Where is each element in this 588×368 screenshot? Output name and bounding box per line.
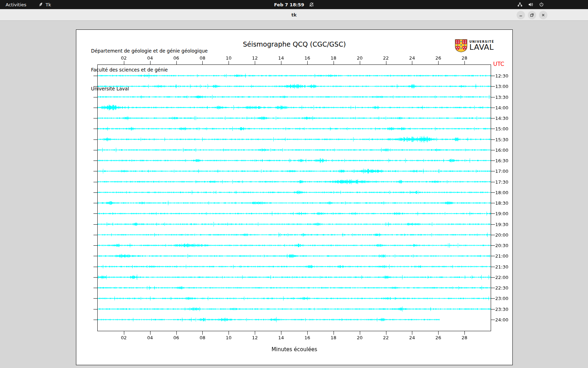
close-icon bbox=[541, 13, 545, 17]
row-tick-left bbox=[93, 150, 97, 150]
row-tick-right bbox=[491, 277, 495, 278]
row-tick-left bbox=[93, 139, 97, 140]
x-tick-label-top: 28 bbox=[462, 55, 468, 61]
power-icon bbox=[539, 2, 544, 7]
window-title: tk bbox=[292, 12, 297, 18]
x-tick-top bbox=[334, 61, 334, 64]
row-tick-right bbox=[491, 86, 495, 87]
clock-menu[interactable]: Feb 7 18:59 bbox=[274, 0, 314, 9]
utc-time-label: 15:30 bbox=[495, 137, 508, 142]
x-tick-label-bottom: 06 bbox=[173, 335, 179, 340]
system-status-area[interactable] bbox=[517, 0, 588, 9]
x-tick-label-top: 26 bbox=[435, 55, 441, 61]
row-tick-right bbox=[491, 118, 495, 118]
x-tick-top bbox=[360, 61, 360, 64]
utc-time-label: 16:30 bbox=[495, 158, 508, 163]
volume-icon bbox=[528, 2, 533, 7]
tk-window-content: Département de géologie et de génie géol… bbox=[0, 21, 588, 368]
x-tick-label-bottom: 08 bbox=[200, 335, 205, 340]
row-tick-right bbox=[491, 245, 495, 246]
x-tick-bottom bbox=[150, 331, 150, 335]
utc-time-label: 21:30 bbox=[495, 264, 508, 269]
row-tick-right bbox=[491, 224, 495, 225]
row-tick-right bbox=[491, 161, 495, 161]
x-tick-top bbox=[438, 61, 439, 64]
row-tick-left bbox=[93, 256, 97, 256]
x-tick-bottom bbox=[412, 331, 412, 335]
row-tick-left bbox=[93, 118, 97, 118]
activities-button[interactable]: Activities bbox=[4, 0, 28, 9]
utc-time-label: 20:00 bbox=[495, 232, 508, 237]
notifications-off-icon bbox=[309, 2, 314, 7]
row-tick-right bbox=[491, 139, 495, 140]
row-tick-right bbox=[491, 235, 495, 235]
row-tick-left bbox=[93, 192, 97, 193]
utc-axis-label: UTC bbox=[493, 61, 504, 67]
x-tick-bottom bbox=[334, 331, 334, 335]
x-tick-top bbox=[281, 61, 281, 64]
x-tick-label-bottom: 24 bbox=[409, 335, 415, 340]
utc-time-label: 18:00 bbox=[495, 190, 508, 195]
row-tick-left bbox=[93, 203, 97, 203]
x-tick-top bbox=[307, 61, 308, 64]
x-tick-bottom bbox=[281, 331, 281, 335]
row-tick-left bbox=[93, 224, 97, 225]
seismogram-plot-frame bbox=[97, 64, 491, 331]
network-icon bbox=[517, 2, 523, 7]
row-tick-left bbox=[93, 235, 97, 235]
x-tick-label-bottom: 02 bbox=[121, 335, 127, 340]
x-tick-label-top: 10 bbox=[226, 55, 232, 61]
utc-time-label: 24:00 bbox=[495, 317, 508, 322]
x-tick-bottom bbox=[124, 331, 124, 335]
x-tick-label-bottom: 10 bbox=[226, 335, 232, 340]
row-tick-right bbox=[491, 129, 495, 129]
x-tick-bottom bbox=[176, 331, 177, 335]
row-tick-right bbox=[491, 76, 495, 76]
row-tick-right bbox=[491, 256, 495, 256]
utc-time-label: 13:00 bbox=[495, 84, 508, 89]
row-tick-right bbox=[491, 150, 495, 150]
utc-time-label: 14:30 bbox=[495, 116, 508, 121]
row-tick-left bbox=[93, 182, 97, 182]
utc-time-label: 12:30 bbox=[495, 73, 508, 79]
focused-app-menu[interactable]: Tk bbox=[37, 0, 52, 9]
x-tick-bottom bbox=[202, 331, 203, 335]
row-tick-left bbox=[93, 309, 97, 309]
utc-time-label: 23:00 bbox=[495, 296, 508, 301]
row-tick-left bbox=[93, 245, 97, 246]
x-tick-bottom bbox=[255, 331, 255, 335]
row-tick-right bbox=[491, 108, 495, 108]
x-tick-top bbox=[386, 61, 386, 64]
x-tick-top bbox=[412, 61, 412, 64]
x-tick-label-bottom: 22 bbox=[383, 335, 389, 340]
x-tick-label-bottom: 18 bbox=[331, 335, 337, 340]
close-button[interactable] bbox=[539, 11, 547, 19]
x-tick-label-bottom: 20 bbox=[357, 335, 363, 340]
utc-time-label: 13:30 bbox=[495, 94, 508, 100]
logo-laval-label: LAVAL bbox=[469, 43, 494, 51]
x-tick-bottom bbox=[386, 331, 386, 335]
row-tick-right bbox=[491, 192, 495, 193]
utc-time-label: 21:00 bbox=[495, 253, 508, 259]
x-tick-bottom bbox=[229, 331, 229, 335]
row-tick-left bbox=[93, 288, 97, 288]
x-tick-label-top: 18 bbox=[331, 55, 337, 61]
row-tick-right bbox=[491, 213, 495, 214]
utc-time-label: 23:30 bbox=[495, 306, 508, 312]
app-name-label: Tk bbox=[46, 2, 51, 7]
window-titlebar[interactable]: tk bbox=[0, 9, 588, 21]
maximize-button[interactable] bbox=[528, 11, 536, 19]
row-tick-right bbox=[491, 288, 495, 288]
minimize-button[interactable] bbox=[517, 11, 525, 19]
row-tick-left bbox=[93, 213, 97, 214]
restore-icon bbox=[530, 13, 534, 17]
x-tick-bottom bbox=[464, 331, 465, 335]
row-tick-left bbox=[93, 129, 97, 129]
x-tick-top bbox=[229, 61, 229, 64]
x-tick-label-bottom: 26 bbox=[435, 335, 441, 340]
utc-time-label: 18:30 bbox=[495, 200, 508, 206]
x-tick-label-top: 20 bbox=[357, 55, 363, 61]
x-tick-label-top: 16 bbox=[304, 55, 310, 61]
x-tick-bottom bbox=[307, 331, 308, 335]
row-tick-left bbox=[93, 267, 97, 267]
